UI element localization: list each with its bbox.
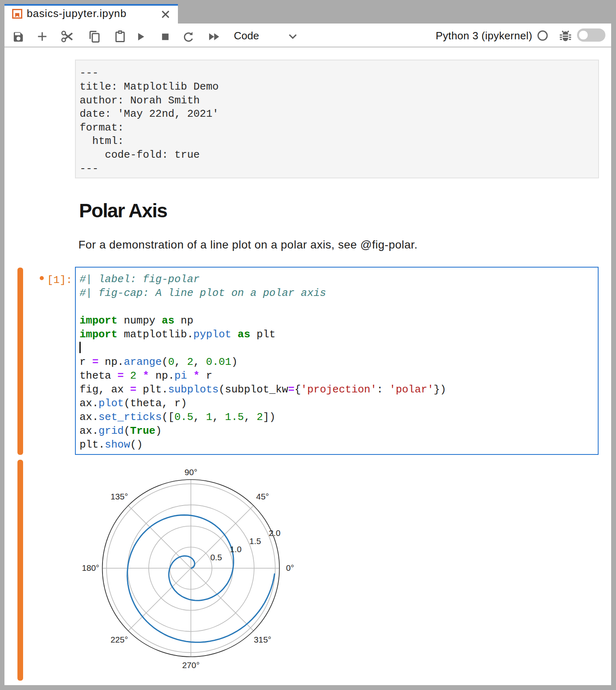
svg-text:180°: 180° xyxy=(82,563,99,572)
svg-text:270°: 270° xyxy=(182,660,199,670)
svg-text:1.5: 1.5 xyxy=(249,536,261,546)
svg-text:0°: 0° xyxy=(286,563,294,572)
svg-text:315°: 315° xyxy=(254,635,271,644)
svg-text:225°: 225° xyxy=(111,635,128,644)
svg-text:2.0: 2.0 xyxy=(269,528,280,538)
svg-text:135°: 135° xyxy=(111,492,128,501)
svg-text:1.0: 1.0 xyxy=(230,544,242,554)
svg-text:45°: 45° xyxy=(256,492,269,501)
svg-text:0.5: 0.5 xyxy=(210,553,222,562)
svg-text:90°: 90° xyxy=(184,467,197,477)
